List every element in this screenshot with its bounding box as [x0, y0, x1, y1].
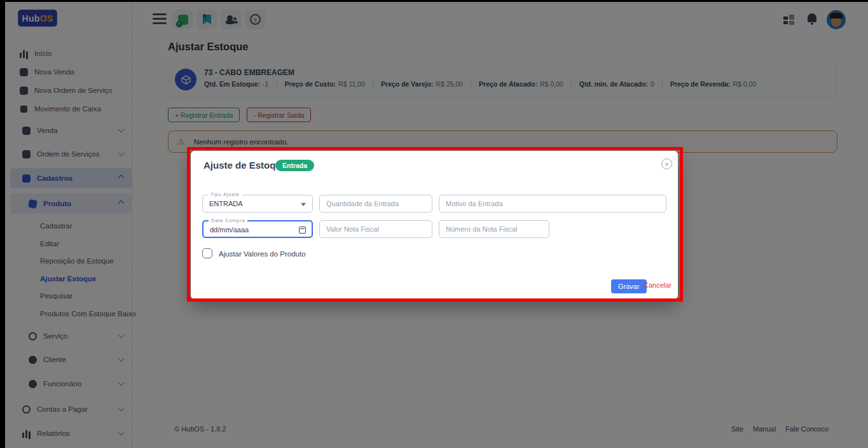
modal-title: Ajuste de Estoque	[203, 160, 287, 171]
ajustar-valores-checkbox[interactable]	[202, 248, 212, 258]
valor-nota-fiscal-input[interactable]	[319, 220, 432, 238]
quantidade-entrada-input[interactable]	[319, 195, 432, 213]
numero-nota-fiscal-input[interactable]	[439, 220, 549, 238]
window-edge-left	[0, 0, 5, 448]
tipo-ajuste-label: Tipo Ajuste	[208, 192, 242, 197]
motivo-entrada-input[interactable]	[439, 195, 666, 213]
data-compra-date-input[interactable]: Data Compra dd/mm/aaaa	[202, 220, 313, 238]
window-edge-top	[0, 0, 868, 2]
cancel-button[interactable]: Cancelar	[644, 281, 672, 289]
data-compra-value: dd/mm/aaaa	[210, 226, 249, 234]
tipo-ajuste-select[interactable]: Tipo Ajuste ENTRADA	[202, 195, 313, 213]
close-icon[interactable]: ×	[661, 158, 672, 169]
dropdown-arrow-icon	[301, 203, 306, 206]
stock-adjust-modal: Ajuste de Estoque Entrada × Tipo Ajuste …	[191, 151, 678, 299]
ajustar-valores-label: Ajustar Valores do Produto	[219, 250, 306, 258]
tipo-ajuste-value: ENTRADA	[209, 200, 243, 207]
entry-badge: Entrada	[275, 160, 314, 171]
save-button[interactable]: Gravar	[611, 279, 647, 293]
data-compra-label: Data Compra	[209, 218, 247, 223]
calendar-icon[interactable]	[299, 227, 306, 234]
